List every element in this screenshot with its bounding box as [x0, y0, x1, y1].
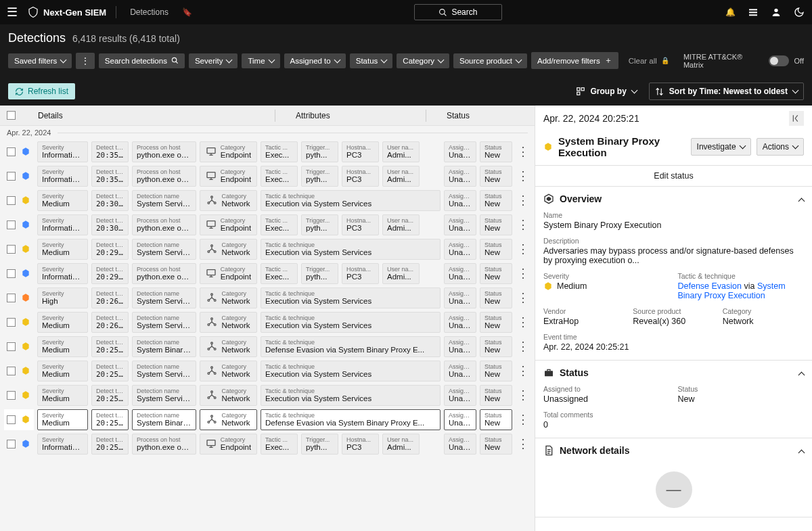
select-all-checkbox[interactable] [7, 111, 16, 120]
cell-user[interactable]: User na...Admi... [382, 434, 420, 455]
cell-status[interactable]: StatusNew [480, 214, 512, 235]
cell-detect-time[interactable]: Detect time20:35:25 [91, 166, 129, 187]
cell-severity[interactable]: SeverityMedium [37, 361, 88, 382]
row-actions-button[interactable]: ⋮ [516, 361, 531, 382]
cell-detect-time[interactable]: Detect time20:25:28 [91, 361, 129, 382]
cell-assignee[interactable]: Assigne...Unas... [444, 166, 476, 187]
investigate-button[interactable]: Investigate [691, 138, 751, 156]
sort-by-button[interactable]: Sort by Time: Newest to oldest [649, 83, 804, 100]
row-actions-button[interactable]: ⋮ [516, 190, 531, 211]
cell-detection-name[interactable]: Detection nameSystem Services [132, 361, 196, 382]
cell-detect-time[interactable]: Detect time20:29:36 [91, 239, 129, 260]
cell-process[interactable]: Process on hostpython.exe on PC... [132, 263, 196, 284]
cell-detect-time[interactable]: Detect time20:25:28 [91, 336, 129, 357]
cell-severity[interactable]: SeverityMedium [37, 336, 88, 357]
cell-hostname[interactable]: Hostna...PC3 [342, 141, 379, 162]
cell-process[interactable]: Process on hostpython.exe on PC... [132, 214, 196, 235]
status-header[interactable]: Status [535, 361, 812, 385]
table-row[interactable]: SeverityInformational Detect time20:25:1… [0, 432, 535, 456]
cell-trigger[interactable]: Trigger...pyth... [301, 214, 338, 235]
cell-detection-name[interactable]: Detection nameSystem Services [132, 312, 196, 333]
cell-category[interactable]: CategoryNetwork [200, 312, 257, 333]
status-chip[interactable]: Status [350, 53, 393, 68]
cell-assignee[interactable]: Assigne...Unas... [444, 409, 476, 430]
cell-tactic[interactable]: Tactic ...Exec... [261, 434, 298, 455]
cell-severity[interactable]: SeverityMedium [37, 312, 88, 333]
product-brand[interactable]: Next-Gen SIEM [27, 6, 106, 18]
row-checkbox[interactable] [7, 221, 16, 229]
cell-tactic[interactable]: Tactic ...Exec... [261, 141, 298, 162]
bell-icon[interactable]: 🔔 [724, 6, 736, 18]
cell-tactic-technique[interactable]: Tactic & techniqueExecution via System S… [261, 239, 441, 260]
cell-status[interactable]: StatusNew [480, 361, 512, 382]
cell-detect-time[interactable]: Detect time20:35:55 [91, 141, 129, 162]
hamburger-icon[interactable]: ☰ [7, 5, 18, 20]
theme-icon[interactable] [793, 6, 805, 18]
cell-category[interactable]: CategoryEndpoint [200, 214, 257, 235]
cell-assignee[interactable]: Assigne...Unas... [444, 214, 476, 235]
collapse-panel-button[interactable] [789, 111, 804, 126]
cell-category[interactable]: CategoryNetwork [200, 385, 257, 406]
table-row[interactable]: SeverityMedium Detect time20:26:23 Detec… [0, 310, 535, 334]
row-checkbox[interactable] [7, 245, 16, 254]
row-checkbox[interactable] [7, 391, 16, 400]
cell-detection-name[interactable]: Detection nameSystem Services [132, 239, 196, 260]
cell-detection-name[interactable]: Detection nameSystem Binary Pr... [132, 336, 196, 357]
filter-menu-button[interactable]: ⋮ [76, 53, 95, 69]
cell-tactic-technique[interactable]: Tactic & techniqueDefense Evasion via Sy… [261, 409, 441, 430]
breadcrumb[interactable]: Detections [126, 0, 173, 24]
cell-status[interactable]: StatusNew [480, 434, 512, 455]
actions-button[interactable]: Actions [757, 138, 804, 156]
cell-detect-time[interactable]: Detect time20:30:07 [91, 214, 129, 235]
table-row[interactable]: SeverityInformational Detect time20:35:5… [0, 139, 535, 164]
cell-detect-time[interactable]: Detect time20:30:08 [91, 190, 129, 211]
row-checkbox[interactable] [7, 294, 16, 302]
severity-chip[interactable]: Severity [189, 53, 238, 68]
refresh-button[interactable]: Refresh list [8, 83, 75, 99]
table-row[interactable]: SeverityMedium Detect time20:25:28 Detec… [0, 359, 535, 383]
cell-hostname[interactable]: Hostna...PC3 [342, 263, 379, 284]
table-row[interactable]: SeverityMedium Detect time20:25:21 Detec… [0, 383, 535, 407]
saved-filters-chip[interactable]: Saved filters [8, 53, 72, 68]
source-product-chip[interactable]: Source product [453, 53, 527, 68]
cell-category[interactable]: CategoryEndpoint [200, 141, 257, 162]
cell-severity[interactable]: SeverityMedium [37, 409, 88, 430]
cell-category[interactable]: CategoryEndpoint [200, 166, 257, 187]
cell-detect-time[interactable]: Detect time20:25:21 [91, 385, 129, 406]
cell-trigger[interactable]: Trigger...pyth... [301, 263, 338, 284]
row-checkbox[interactable] [7, 269, 16, 278]
row-checkbox[interactable] [7, 196, 16, 205]
cell-category[interactable]: CategoryNetwork [200, 361, 257, 382]
cell-hostname[interactable]: Hostna...PC3 [342, 434, 379, 455]
cell-assignee[interactable]: Assigne...Unas... [444, 287, 476, 308]
cell-severity[interactable]: SeverityMedium [37, 190, 88, 211]
row-actions-button[interactable]: ⋮ [516, 312, 531, 333]
cell-detection-name[interactable]: Detection nameSystem Services [132, 385, 196, 406]
network-header[interactable]: Network details [535, 438, 812, 463]
cell-status[interactable]: StatusNew [480, 141, 512, 162]
global-search[interactable]: Search [414, 4, 502, 20]
cell-status[interactable]: StatusNew [480, 239, 512, 260]
cell-severity[interactable]: SeverityInformational [37, 166, 88, 187]
cell-category[interactable]: CategoryEndpoint [200, 434, 257, 455]
cell-tactic-technique[interactable]: Tactic & techniqueExecution via System S… [261, 361, 441, 382]
cell-user[interactable]: User na...Admi... [382, 141, 420, 162]
cell-category[interactable]: CategoryEndpoint [200, 263, 257, 284]
queue-icon[interactable] [747, 6, 759, 18]
cell-user[interactable]: User na...Admi... [382, 214, 420, 235]
cell-assignee[interactable]: Assigne...Unas... [444, 434, 476, 455]
cell-category[interactable]: CategoryNetwork [200, 190, 257, 211]
table-row[interactable]: SeverityMedium Detect time20:25:28 Detec… [0, 334, 535, 359]
search-detections-chip[interactable]: Search detections [99, 53, 185, 68]
cell-severity[interactable]: SeverityHigh [37, 287, 88, 308]
cell-detect-time[interactable]: Detect time20:25:14 [91, 434, 129, 455]
table-row[interactable]: SeverityMedium Detect time20:29:36 Detec… [0, 237, 535, 261]
table-row[interactable]: SeverityInformational Detect time20:29:3… [0, 261, 535, 285]
cell-severity[interactable]: SeverityMedium [37, 239, 88, 260]
cell-detect-time[interactable]: Detect time20:25:... [91, 409, 129, 430]
edit-status-button[interactable]: Edit status [535, 165, 812, 187]
cell-tactic[interactable]: Tactic ...Exec... [261, 166, 298, 187]
cell-status[interactable]: StatusNew [480, 312, 512, 333]
cell-category[interactable]: CategoryNetwork [200, 287, 257, 308]
user-icon[interactable] [770, 6, 782, 18]
